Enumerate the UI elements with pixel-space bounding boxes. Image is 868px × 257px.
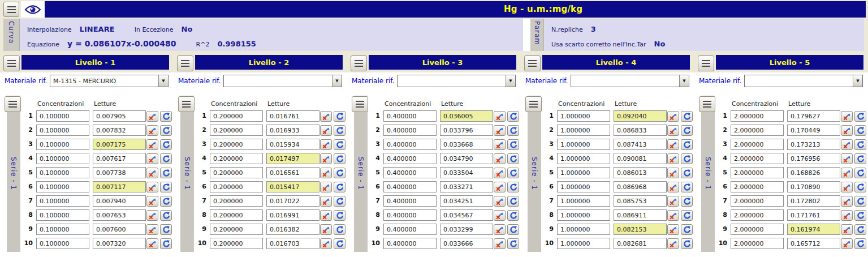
lettura-input[interactable] <box>787 167 840 178</box>
exclude-point-button[interactable] <box>320 238 332 249</box>
lettura-input[interactable] <box>614 238 667 249</box>
undo-button[interactable] <box>160 111 172 122</box>
exclude-point-button[interactable] <box>320 182 332 192</box>
exclude-point-button[interactable] <box>667 153 679 164</box>
exclude-point-button[interactable] <box>320 168 332 178</box>
concentrazione-input[interactable] <box>36 167 89 178</box>
exclude-point-button[interactable] <box>494 224 506 235</box>
exclude-point-button[interactable] <box>320 210 332 221</box>
concentrazione-input[interactable] <box>557 238 610 249</box>
concentrazione-input[interactable] <box>557 224 610 235</box>
lettura-input[interactable] <box>266 167 319 178</box>
exclude-point-button[interactable] <box>320 224 332 235</box>
exclude-point-button[interactable] <box>667 210 679 221</box>
lettura-input[interactable] <box>787 238 840 249</box>
concentrazione-input[interactable] <box>557 167 610 178</box>
undo-button[interactable] <box>160 139 172 150</box>
undo-button[interactable] <box>334 182 346 192</box>
concentrazione-input[interactable] <box>36 125 89 136</box>
concentrazione-input[interactable] <box>383 238 437 249</box>
concentrazione-input[interactable] <box>36 181 89 192</box>
lettura-input[interactable] <box>266 139 319 150</box>
undo-button[interactable] <box>854 238 866 249</box>
concentrazione-input[interactable] <box>36 110 89 122</box>
undo-button[interactable] <box>507 182 519 192</box>
undo-button[interactable] <box>160 182 172 192</box>
lettura-input[interactable] <box>787 153 840 164</box>
concentrazione-input[interactable] <box>731 153 784 164</box>
exclude-point-button[interactable] <box>494 153 506 164</box>
concentrazione-input[interactable] <box>557 110 610 122</box>
concentrazione-input[interactable] <box>383 209 437 221</box>
undo-button[interactable] <box>681 139 693 150</box>
concentrazione-input[interactable] <box>210 153 263 164</box>
undo-button[interactable] <box>334 210 346 221</box>
lettura-input[interactable] <box>787 181 840 192</box>
lettura-input[interactable] <box>93 195 146 207</box>
undo-button[interactable] <box>160 238 172 249</box>
concentrazione-input[interactable] <box>383 181 437 192</box>
chevron-down-icon[interactable]: ▼ <box>506 75 515 87</box>
exclude-point-button[interactable] <box>146 139 158 150</box>
exclude-point-button[interactable] <box>494 139 506 150</box>
undo-button[interactable] <box>160 224 172 235</box>
exclude-point-button[interactable] <box>146 168 158 178</box>
concentrazione-input[interactable] <box>731 238 784 249</box>
exclude-point-button[interactable] <box>146 182 158 192</box>
exclude-point-button[interactable] <box>667 139 679 150</box>
undo-button[interactable] <box>854 168 866 178</box>
concentrazione-input[interactable] <box>383 195 437 207</box>
exclude-point-button[interactable] <box>841 196 853 207</box>
lettura-input[interactable] <box>93 224 146 235</box>
lettura-input[interactable] <box>440 195 493 207</box>
chevron-down-icon[interactable]: ▼ <box>853 75 862 87</box>
lettura-input[interactable] <box>440 209 493 221</box>
undo-button[interactable] <box>681 238 693 249</box>
level-menu-button[interactable] <box>351 55 367 71</box>
undo-button[interactable] <box>507 153 519 164</box>
exclude-point-button[interactable] <box>841 210 853 221</box>
concentrazione-input[interactable] <box>731 167 784 178</box>
undo-button[interactable] <box>507 125 519 136</box>
lettura-input[interactable] <box>440 238 493 249</box>
concentrazione-input[interactable] <box>557 153 610 164</box>
level-menu-button[interactable] <box>3 55 20 71</box>
concentrazione-input[interactable] <box>731 139 784 150</box>
concentrazione-input[interactable] <box>383 110 437 122</box>
undo-button[interactable] <box>507 139 519 150</box>
lettura-input[interactable] <box>614 209 667 221</box>
materiale-rif-select[interactable]: M-1315 - MERCURIO ▼ <box>50 75 169 87</box>
materiale-rif-select[interactable]: ▼ <box>397 75 516 87</box>
undo-button[interactable] <box>160 196 172 207</box>
concentrazione-input[interactable] <box>210 139 263 150</box>
concentrazione-input[interactable] <box>36 209 89 221</box>
exclude-point-button[interactable] <box>494 196 506 207</box>
exclude-point-button[interactable] <box>494 210 506 221</box>
lettura-input[interactable] <box>614 195 667 207</box>
view-button[interactable] <box>21 1 45 18</box>
undo-button[interactable] <box>334 168 346 178</box>
concentrazione-input[interactable] <box>557 209 610 221</box>
level-menu-button[interactable] <box>177 55 193 71</box>
lettura-input[interactable] <box>614 110 667 122</box>
undo-button[interactable] <box>854 182 866 192</box>
lettura-input[interactable] <box>787 139 840 150</box>
exclude-point-button[interactable] <box>494 111 506 122</box>
undo-button[interactable] <box>854 139 866 150</box>
exclude-point-button[interactable] <box>494 168 506 178</box>
concentrazione-input[interactable] <box>210 238 263 249</box>
concentrazione-input[interactable] <box>557 195 610 207</box>
concentrazione-input[interactable] <box>731 125 784 136</box>
exclude-point-button[interactable] <box>841 224 853 235</box>
undo-button[interactable] <box>681 111 693 122</box>
concentrazione-input[interactable] <box>210 209 263 221</box>
lettura-input[interactable] <box>614 125 667 136</box>
materiale-rif-select[interactable]: ▼ <box>744 75 863 87</box>
undo-button[interactable] <box>160 153 172 164</box>
undo-button[interactable] <box>507 111 519 122</box>
undo-button[interactable] <box>681 182 693 192</box>
exclude-point-button[interactable] <box>667 182 679 192</box>
lettura-input[interactable] <box>266 238 319 249</box>
lettura-input[interactable] <box>787 125 840 136</box>
exclude-point-button[interactable] <box>667 238 679 249</box>
